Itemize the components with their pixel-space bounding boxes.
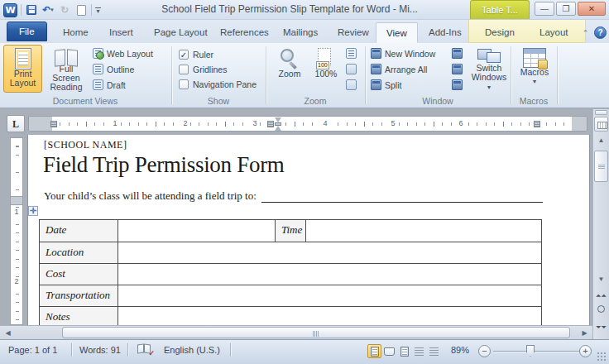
table-move-handle-icon[interactable]: ✛ [28, 206, 38, 216]
minimize-button[interactable]: — [535, 2, 554, 16]
previous-page-button[interactable]: ⏶⏶ [594, 290, 608, 303]
table-column-marker[interactable] [534, 121, 540, 127]
table-cell-input[interactable] [118, 285, 541, 306]
web-layout-button[interactable]: Web Layout [93, 46, 153, 60]
language-indicator[interactable]: English (U.S.) [164, 345, 220, 355]
split-button[interactable]: Split [371, 78, 401, 92]
table-column-marker[interactable] [267, 121, 274, 127]
two-pages-button[interactable] [346, 62, 357, 76]
scroll-left-arrow[interactable]: ◀ [2, 327, 14, 338]
table-cell-label[interactable]: Notes [40, 307, 118, 325]
word-app-icon[interactable]: W [3, 3, 17, 17]
word-count[interactable]: Words: 91 [79, 345, 121, 355]
page-width-button[interactable] [346, 78, 357, 92]
zoom-out-button[interactable]: − [478, 345, 491, 357]
zoom-button[interactable]: Zoom [273, 45, 306, 93]
new-window-icon [371, 48, 381, 59]
redo-button[interactable]: ↻ [58, 3, 71, 17]
switch-windows-button[interactable]: Switch Windows ▾ [470, 45, 508, 93]
vertical-scrollbar[interactable]: ▲ ▼ ⏶⏶ ⏷⏷ [592, 109, 609, 339]
new-document-button[interactable] [74, 3, 88, 17]
reset-window-position-button[interactable] [452, 78, 463, 92]
vertical-ruler[interactable]: 1 2 [10, 137, 23, 325]
status-print-layout-button[interactable] [367, 344, 381, 358]
tab-review[interactable]: Review [328, 22, 379, 43]
table-cell-input[interactable] [118, 242, 541, 263]
intro-line[interactable]: Your child’s class will be attending a f… [44, 189, 543, 203]
status-outline-button[interactable] [412, 344, 426, 358]
document-page[interactable]: [SCHOOL NAME] Field Trip Permission Form… [27, 135, 590, 325]
undo-button[interactable]: ↶▾ [41, 3, 55, 17]
status-web-layout-button[interactable] [397, 344, 411, 358]
table-cell-input[interactable] [118, 220, 276, 242]
table-cell-input[interactable] [118, 307, 541, 325]
table-column-marker[interactable] [50, 121, 57, 127]
permission-table[interactable]: Date Time Location Cost Transportation N… [39, 219, 542, 325]
tab-stop-selector[interactable]: L [7, 115, 25, 132]
zoom-in-button[interactable]: + [579, 345, 592, 357]
synchronous-scrolling-button[interactable] [452, 62, 463, 76]
zoom-percent[interactable]: 89% [451, 345, 469, 355]
table-cell-input[interactable] [306, 220, 541, 242]
tab-file[interactable]: File [7, 22, 47, 41]
zoom-100-button[interactable]: 100 100% [309, 45, 343, 93]
table-cell-label[interactable]: Date [40, 220, 118, 242]
gridlines-checkbox[interactable]: Gridlines [179, 63, 227, 76]
full-screen-reading-button[interactable]: Full Screen Reading [45, 45, 88, 93]
table-cell-label[interactable]: Cost [40, 264, 118, 285]
new-window-button[interactable]: New Window [371, 46, 435, 60]
zoom-slider-thumb[interactable] [526, 345, 535, 357]
scroll-right-arrow[interactable]: ▶ [578, 327, 591, 338]
status-draft-button[interactable] [427, 344, 441, 358]
draft-button[interactable]: Draft [93, 78, 126, 92]
table-cell-input[interactable] [118, 264, 541, 285]
document-heading[interactable]: Field Trip Permission Form [43, 152, 285, 178]
tab-layout[interactable]: Layout [530, 22, 578, 43]
scroll-down-arrow[interactable]: ▼ [594, 273, 608, 285]
view-side-by-side-button[interactable] [452, 46, 463, 60]
macros-icon [523, 48, 546, 68]
ruler-checkbox[interactable]: ✓Ruler [179, 48, 213, 61]
window-resize-grip[interactable] [597, 352, 607, 362]
status-full-screen-button[interactable] [382, 344, 396, 358]
select-browse-object-button[interactable] [594, 304, 608, 318]
macros-button[interactable]: Macros ▾ [515, 45, 554, 93]
outline-button[interactable]: Outline [93, 62, 134, 76]
close-button[interactable]: ✕ [578, 2, 606, 16]
tab-design[interactable]: Design [475, 22, 525, 43]
fill-in-blank-line[interactable] [261, 191, 543, 203]
navigation-pane-checkbox[interactable]: Navigation Pane [179, 78, 257, 91]
customize-qat-button[interactable]: ▾ [95, 7, 101, 13]
indent-marker[interactable] [275, 117, 282, 131]
print-layout-button[interactable]: Print Layout [3, 45, 42, 93]
tab-view[interactable]: View [376, 22, 418, 43]
spell-check-icon[interactable] [137, 343, 152, 355]
horizontal-scrollbar[interactable]: ◀ ▶ [0, 325, 592, 339]
arrange-all-button[interactable]: Arrange All [371, 62, 427, 76]
help-button[interactable]: ? [594, 26, 607, 39]
table-row: Transportation [40, 285, 541, 306]
tab-add-ins[interactable]: Add-Ins [419, 22, 472, 43]
tab-references[interactable]: References [210, 22, 279, 43]
collapse-ribbon-button[interactable]: ⌃ [579, 26, 592, 39]
table-cell-label[interactable]: Transportation [40, 285, 118, 306]
zoom-slider-track[interactable] [493, 351, 583, 352]
save-button[interactable] [25, 3, 38, 17]
tab-home[interactable]: Home [53, 22, 98, 43]
one-page-button[interactable] [346, 46, 357, 60]
tab-mailings[interactable]: Mailings [273, 22, 328, 43]
scroll-up-arrow[interactable]: ▲ [594, 134, 608, 146]
table-cell-label[interactable]: Location [40, 242, 118, 263]
table-cell-label[interactable]: Time [276, 220, 306, 242]
split-pane-handle[interactable] [595, 110, 607, 115]
maximize-button[interactable]: ❐ [556, 2, 576, 16]
next-page-button[interactable]: ⏷⏷ [594, 321, 608, 334]
horizontal-ruler[interactable]: 1 2 3 4 5 6 [28, 116, 587, 132]
vertical-scroll-thumb[interactable] [594, 151, 608, 182]
tab-insert[interactable]: Insert [99, 22, 143, 43]
school-name-text[interactable]: [SCHOOL NAME] [44, 139, 127, 151]
ruler-toggle-button[interactable] [594, 117, 608, 132]
tab-page-layout[interactable]: Page Layout [144, 22, 218, 43]
page-count[interactable]: Page: 1 of 1 [8, 345, 57, 355]
horizontal-scroll-thumb[interactable] [62, 327, 570, 338]
